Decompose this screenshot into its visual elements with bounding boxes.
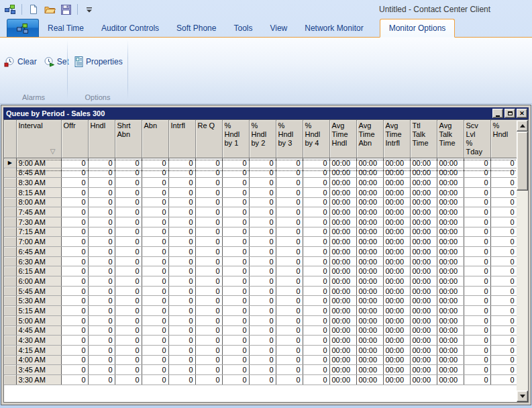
value-cell[interactable]: 0 — [195, 296, 222, 306]
value-cell[interactable]: 00:00 — [383, 325, 410, 336]
value-cell[interactable]: 0 — [88, 315, 115, 325]
value-cell[interactable]: 0 — [276, 237, 303, 247]
value-cell[interactable]: 0 — [142, 365, 168, 375]
scroll-up-button[interactable] — [517, 120, 528, 132]
interval-cell[interactable]: 7:30 AM — [16, 217, 61, 227]
value-cell[interactable]: 00:00 — [356, 276, 383, 287]
value-cell[interactable]: 00:00 — [437, 315, 464, 325]
value-cell[interactable]: 0 — [168, 168, 195, 178]
value-cell[interactable]: 00:00 — [329, 256, 356, 266]
value-cell[interactable]: 0 — [464, 227, 490, 237]
value-cell[interactable]: 0 — [464, 374, 490, 385]
value-cell[interactable]: 0 — [222, 266, 249, 276]
value-cell[interactable]: 0 — [490, 266, 517, 276]
tab-view[interactable]: View — [261, 19, 296, 37]
interval-cell[interactable]: 9:00 AM — [16, 158, 61, 168]
value-cell[interactable]: 0 — [276, 355, 303, 365]
value-cell[interactable]: 0 — [222, 325, 249, 336]
value-cell[interactable]: 0 — [61, 217, 88, 227]
value-cell[interactable]: 0 — [115, 217, 142, 227]
value-cell[interactable]: 00:00 — [329, 345, 356, 355]
value-cell[interactable]: 0 — [168, 158, 195, 168]
value-cell[interactable]: 00:00 — [329, 247, 356, 257]
value-cell[interactable]: 0 — [249, 247, 276, 257]
value-cell[interactable]: 0 — [61, 296, 88, 306]
value-cell[interactable]: 0 — [303, 247, 329, 257]
value-cell[interactable]: 0 — [142, 168, 168, 178]
value-cell[interactable]: 0 — [115, 266, 142, 276]
value-cell[interactable]: 00:00 — [329, 286, 356, 296]
value-cell[interactable]: 0 — [168, 355, 195, 365]
value-cell[interactable]: 0 — [249, 365, 276, 375]
value-cell[interactable]: 00:00 — [356, 336, 383, 346]
value-cell[interactable]: 0 — [88, 325, 115, 336]
value-cell[interactable]: 0 — [195, 217, 222, 227]
value-cell[interactable]: 0 — [88, 336, 115, 346]
value-cell[interactable]: 0 — [195, 374, 222, 385]
value-cell[interactable]: 0 — [168, 217, 195, 227]
value-cell[interactable]: 0 — [276, 178, 303, 188]
value-cell[interactable]: 0 — [88, 197, 115, 207]
value-cell[interactable]: 00:00 — [410, 306, 437, 316]
open-folder-icon[interactable] — [44, 3, 56, 15]
value-cell[interactable]: 0 — [142, 247, 168, 257]
value-cell[interactable]: 0 — [303, 306, 329, 316]
value-cell[interactable]: 0 — [61, 355, 88, 365]
value-cell[interactable]: 0 — [168, 197, 195, 207]
column-header-interval[interactable]: Interval▽ — [16, 120, 61, 158]
value-cell[interactable]: 00:00 — [329, 315, 356, 325]
value-cell[interactable]: 0 — [168, 178, 195, 188]
value-cell[interactable]: 0 — [249, 158, 276, 168]
value-cell[interactable]: 0 — [115, 168, 142, 178]
value-cell[interactable]: 0 — [168, 286, 195, 296]
value-cell[interactable]: 00:00 — [437, 336, 464, 346]
value-cell[interactable]: 0 — [195, 207, 222, 217]
value-cell[interactable]: 0 — [490, 355, 517, 365]
value-cell[interactable]: 00:00 — [437, 286, 464, 296]
value-cell[interactable]: 0 — [61, 168, 88, 178]
value-cell[interactable]: 0 — [276, 336, 303, 346]
value-cell[interactable]: 0 — [249, 197, 276, 207]
value-cell[interactable]: 00:00 — [410, 355, 437, 365]
value-cell[interactable]: 00:00 — [329, 336, 356, 346]
value-cell[interactable]: 0 — [115, 336, 142, 346]
value-cell[interactable]: 0 — [168, 365, 195, 375]
value-cell[interactable]: 00:00 — [383, 374, 410, 385]
row-selector[interactable] — [4, 296, 16, 306]
value-cell[interactable]: 0 — [303, 187, 329, 197]
value-cell[interactable]: 00:00 — [437, 227, 464, 237]
value-cell[interactable]: 00:00 — [356, 197, 383, 207]
app-icon[interactable] — [4, 3, 16, 15]
value-cell[interactable]: 0 — [115, 276, 142, 287]
value-cell[interactable]: 00:00 — [383, 296, 410, 306]
row-selector[interactable] — [4, 276, 16, 287]
interval-cell[interactable]: 6:45 AM — [16, 247, 61, 257]
column-header-scv-lvl-%-tday[interactable]: Scv Lvl % Tday — [464, 120, 490, 158]
value-cell[interactable]: 0 — [61, 207, 88, 217]
value-cell[interactable]: 0 — [142, 256, 168, 266]
value-cell[interactable]: 0 — [464, 187, 490, 197]
value-cell[interactable]: 0 — [142, 374, 168, 385]
value-cell[interactable]: 0 — [115, 325, 142, 336]
value-cell[interactable]: 0 — [115, 374, 142, 385]
column-header-re-q[interactable]: Re Q — [195, 120, 222, 158]
value-cell[interactable]: 00:00 — [383, 237, 410, 247]
column-header-offr[interactable]: Offr — [61, 120, 88, 158]
value-cell[interactable]: 0 — [168, 256, 195, 266]
value-cell[interactable]: 00:00 — [383, 256, 410, 266]
value-cell[interactable]: 00:00 — [410, 345, 437, 355]
value-cell[interactable]: 0 — [142, 178, 168, 188]
value-cell[interactable]: 0 — [168, 227, 195, 237]
value-cell[interactable]: 0 — [490, 227, 517, 237]
value-cell[interactable]: 0 — [115, 256, 142, 266]
value-cell[interactable]: 00:00 — [410, 237, 437, 247]
value-cell[interactable]: 0 — [222, 207, 249, 217]
value-cell[interactable]: 0 — [88, 355, 115, 365]
maximize-button[interactable] — [504, 109, 515, 118]
value-cell[interactable]: 00:00 — [410, 158, 437, 168]
value-cell[interactable]: 0 — [142, 197, 168, 207]
value-cell[interactable]: 00:00 — [356, 237, 383, 247]
column-header-hndl[interactable]: Hndl — [88, 120, 115, 158]
value-cell[interactable]: 0 — [88, 217, 115, 227]
value-cell[interactable]: 00:00 — [410, 187, 437, 197]
